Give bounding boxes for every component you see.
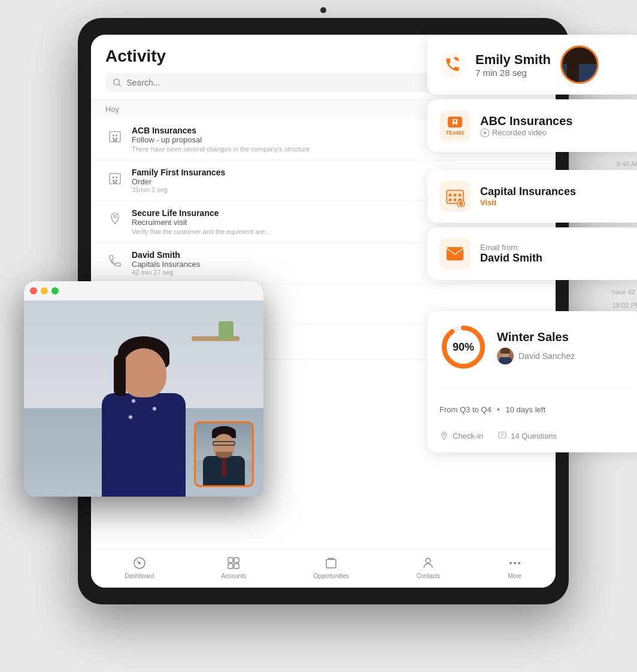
email-from-label: Email from: [480,243,542,252]
call-icon [439,51,466,78]
svg-rect-6 [113,135,114,136]
nav-accounts[interactable]: Accounts [222,556,246,579]
svg-rect-24 [228,564,233,568]
nav-contacts[interactable]: Contacts [417,556,440,579]
emily-info: Emily Smith 7 min 28 seg [475,52,551,78]
caller-avatar [560,45,599,84]
svg-line-4 [119,84,121,86]
pin-icon [105,209,125,229]
nav-dashboard-label: Dashboard [125,573,154,579]
agent-info: David Sanchez [497,348,575,364]
svg-rect-23 [234,558,239,562]
pip-video [194,421,254,487]
abc-company-name: ABC Insurances [480,114,573,128]
maximize-button[interactable] [51,287,59,294]
winter-actions: Check-in 14 Questions [439,431,557,440]
email-info: Email from: David Smith [480,243,542,264]
winter-timestamp-row: 18:02 PM [427,298,637,311]
nav-more-label: More [508,573,521,579]
page-title: Activity [105,47,166,66]
phone-icon [105,251,125,270]
capital-insurances-card[interactable]: Capital Insurances Visit [427,170,637,223]
winter-sales-card[interactable]: 90% Winter Sales David Sanchez From Q3 t… [427,311,637,452]
svg-rect-42 [449,199,451,201]
abc-info: ABC Insurances Recorded video [480,114,573,138]
svg-point-34 [454,120,456,122]
capital-icon [439,181,471,212]
capital-company-name: Capital Insurances [480,186,576,198]
questions-action[interactable]: 14 Questions [498,431,557,440]
abc-insurances-card[interactable]: TEAMS ABC Insurances Recorded video [427,99,637,152]
caller-name: Emily Smith [475,52,551,68]
svg-point-28 [509,562,512,564]
svg-rect-16 [113,181,117,184]
play-icon [480,128,490,138]
abc-timestamp: 9:40 AM [427,157,637,170]
emily-smith-card[interactable]: Emily Smith 7 min 28 seg [427,35,637,95]
call-duration: 7 min 28 seg [475,68,551,78]
winter-right: Winter Sales David Sanchez [497,330,575,364]
svg-rect-39 [449,194,451,196]
questions-icon [498,431,507,440]
video-label: Recorded video [480,128,573,138]
videocall-titlebar [24,281,263,300]
nav-opportunities-label: Opportunities [314,573,349,579]
teams-icon: TEAMS [439,110,471,141]
opportunities-icon [324,556,338,570]
nav-more[interactable]: More [508,556,522,579]
email-sender-name: David Smith [480,252,542,264]
svg-point-17 [114,215,116,218]
svg-rect-10 [113,139,117,142]
teams-label: TEAMS [445,130,465,136]
svg-rect-51 [499,432,506,438]
svg-rect-43 [454,199,456,201]
videocall-body [24,300,263,497]
svg-rect-47 [447,247,463,260]
email-card[interactable]: Email from: David Smith [427,227,637,280]
minimize-button[interactable] [41,287,48,294]
cards-overlay: Emily Smith 7 min 28 seg TEAMS ABC Insur… [427,35,637,457]
winter-divider [439,388,631,388]
visit-label: Visit [480,198,576,207]
svg-rect-9 [116,138,117,139]
svg-rect-40 [454,194,456,196]
email-icon [439,238,471,269]
search-icon [113,78,122,87]
winter-top: 90% Winter Sales David Sanchez [439,323,631,371]
nav-contacts-label: Contacts [417,573,440,579]
capital-info: Capital Insurances Visit [480,186,576,207]
bottom-nav: Dashboard Accounts Opportunities Contact… [91,549,556,588]
svg-point-29 [514,562,516,564]
checkin-icon [439,431,449,440]
winter-footer: From Q3 to Q4 • 10 days left [439,405,545,414]
svg-point-21 [138,562,141,564]
svg-rect-13 [116,177,117,178]
agent-avatar [497,348,514,364]
svg-rect-7 [116,135,117,136]
nav-opportunities[interactable]: Opportunities [314,556,349,579]
svg-rect-22 [228,558,233,562]
svg-rect-14 [113,180,114,181]
more-icon [508,556,522,570]
nav-dashboard[interactable]: Dashboard [125,556,154,579]
agent-name: David Sanchez [518,351,575,361]
contacts-icon [421,556,435,570]
videocall-window [24,281,263,497]
email-timestamp: hace 42 h [427,285,637,298]
close-button[interactable] [30,287,37,294]
progress-donut: 90% [439,323,487,371]
svg-rect-41 [459,194,461,196]
svg-rect-15 [116,180,117,181]
checkin-action[interactable]: Check-in [439,431,483,440]
svg-rect-26 [326,560,336,568]
svg-marker-36 [484,131,487,135]
svg-point-50 [444,434,445,436]
svg-point-27 [426,558,430,563]
dashboard-icon [132,556,147,570]
man-figure [196,423,252,485]
accounts-icon [226,556,241,570]
nav-accounts-label: Accounts [222,573,246,579]
tablet-camera [320,7,326,13]
svg-rect-12 [113,177,114,178]
building-icon [105,127,125,146]
